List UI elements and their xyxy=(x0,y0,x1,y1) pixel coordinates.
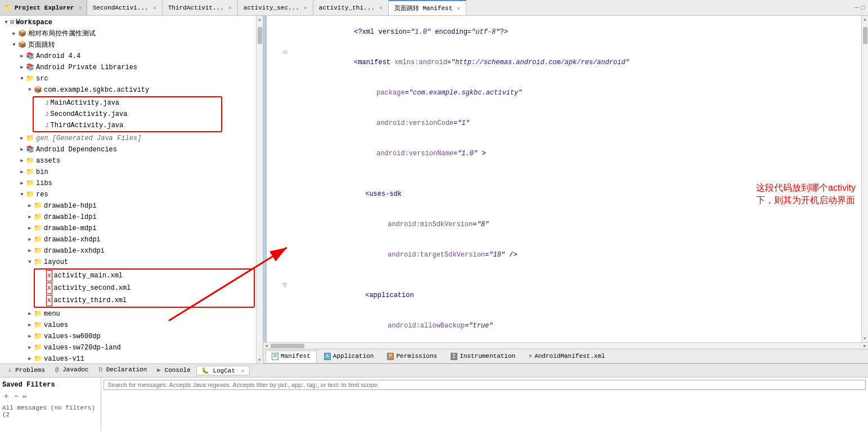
expand-arrow[interactable]: ▶ xyxy=(18,51,26,61)
tree-workspace[interactable]: ▼ ⊞ Workspace xyxy=(0,17,256,28)
expand-arrow[interactable]: ▶ xyxy=(18,145,26,155)
left-scrollbar[interactable]: ▲ ▼ xyxy=(256,16,263,363)
tab-close-icon[interactable]: ✕ xyxy=(379,5,383,11)
expand-arrow[interactable]: ▶ xyxy=(26,331,34,342)
code-line-1: <?xml version="1.0" encoding="utf-8"?> xyxy=(267,17,861,47)
expand-arrow[interactable]: ▶ xyxy=(26,223,34,234)
tab-close-icon[interactable]: ✕ xyxy=(153,5,156,11)
minimize-icon[interactable]: ─ xyxy=(855,5,859,11)
log-search-input[interactable] xyxy=(104,380,866,390)
remove-filter-icon[interactable]: － xyxy=(12,391,20,401)
tree-android44[interactable]: ▶ 📚 Android 4.4 xyxy=(0,51,256,62)
tree-mainactivity[interactable]: J MainActivity.java xyxy=(34,97,221,109)
scroll-thumb[interactable] xyxy=(863,27,867,44)
tree-pkg[interactable]: ▼ 📦 com.example.sgkbc.activity xyxy=(0,84,256,96)
tree-menu[interactable]: ▶ 📁 menu xyxy=(0,308,256,320)
tree-androiddep[interactable]: ▶ 📚 Android Dependencies xyxy=(0,144,256,155)
tab-close-icon[interactable]: ✕ xyxy=(228,5,232,11)
expand-arrow[interactable]: ▼ xyxy=(26,257,34,267)
expand-arrow[interactable]: ▶ xyxy=(26,246,34,256)
expand-arrow[interactable]: ▶ xyxy=(18,156,26,166)
tab-application-bottom[interactable]: A Application xyxy=(318,351,380,362)
expand-arrow[interactable]: ▼ xyxy=(10,40,18,50)
expand-arrow[interactable]: ▼ xyxy=(2,17,10,28)
tree-libs[interactable]: ▶ 📁 libs xyxy=(0,178,256,189)
tree-androidprivate[interactable]: ▶ 📚 Android Private Libraries xyxy=(0,62,256,73)
expand-arrow[interactable]: ▶ xyxy=(18,167,26,177)
add-filter-icon[interactable]: ＋ xyxy=(2,391,10,401)
saved-filters-panel: Saved Filters ＋ － ✏ All messages (no fil… xyxy=(0,378,101,431)
tab-close-icon[interactable]: ✕ xyxy=(304,5,307,11)
tree-values-sw600dp[interactable]: ▶ 📁 values-sw600dp xyxy=(0,331,256,342)
expand-arrow[interactable]: ▶ xyxy=(26,354,34,363)
tree-drawable-xxhdpi[interactable]: ▶ 📁 drawable-xxhdpi xyxy=(0,245,256,257)
tree-values-sw720dp[interactable]: ▶ 📁 values-sw720dp-land xyxy=(0,342,256,353)
tree-drawable-ldpi[interactable]: ▶ 📁 drawable-ldpi xyxy=(0,212,256,223)
tab-manifest[interactable]: 页面跳转 Manifest ✕ xyxy=(389,0,466,15)
tree-layout[interactable]: ▼ 📁 layout xyxy=(0,257,256,268)
tree-secondactivity[interactable]: J SecondActivity.java xyxy=(34,109,221,120)
file-label: ThirdActivity.java xyxy=(51,120,124,131)
tab-manifest-bottom[interactable]: M Manifest xyxy=(266,351,317,362)
expand-arrow[interactable]: ▼ xyxy=(26,85,34,95)
java-files-highlight-box: J MainActivity.java J SecondActivity.jav… xyxy=(33,96,222,132)
log-close-icon[interactable]: ✕ xyxy=(241,368,245,374)
expand-arrow[interactable]: ▼ xyxy=(18,74,26,84)
scroll-down-arrow[interactable]: ▼ xyxy=(862,335,868,342)
tree-activity-second[interactable]: X activity_second.xml xyxy=(35,282,254,294)
code-editor[interactable]: <?xml version="1.0" encoding="utf-8"?> ◁… xyxy=(267,16,861,342)
expand-arrow[interactable]: ▶ xyxy=(10,29,18,39)
tab-second-activity[interactable]: SecondActivi... ✕ xyxy=(87,0,163,15)
tab-close-icon[interactable]: ✕ xyxy=(457,5,460,12)
tab-third-activity[interactable]: ThirdActivit... ✕ xyxy=(163,0,238,15)
scroll-up-arrow[interactable]: ▲ xyxy=(862,16,868,23)
tab-androidmanifest-bottom[interactable]: ≡ AndroidManifest.xml xyxy=(523,351,611,362)
tree-res[interactable]: ▼ 📁 res xyxy=(0,189,256,200)
tree-drawable-hdpi[interactable]: ▶ 📁 drawable-hdpi xyxy=(0,200,256,212)
scroll-down-arrow[interactable]: ▼ xyxy=(257,356,263,363)
tree-drawable-mdpi[interactable]: ▶ 📁 drawable-mdpi xyxy=(0,223,256,234)
tab-instrumentation-bottom[interactable]: I Instrumentation xyxy=(444,351,521,362)
expand-arrow[interactable]: ▶ xyxy=(26,343,34,353)
expand-arrow[interactable]: ▶ xyxy=(18,178,26,188)
expand-arrow[interactable]: ▶ xyxy=(26,309,34,319)
tree-project-yemian[interactable]: ▼ 📦 页面跳转 xyxy=(0,39,256,51)
tab-activity-sec[interactable]: activity_sec... ✕ xyxy=(238,0,313,15)
horizontal-scrollbar[interactable]: ◀ ▶ xyxy=(263,342,868,349)
expand-arrow[interactable]: ▶ xyxy=(26,212,34,222)
tree-activity-main[interactable]: X activity_main.xml xyxy=(35,270,254,282)
fold-button[interactable] xyxy=(280,17,289,27)
tab-permissions-bottom[interactable]: P Permissions xyxy=(381,351,443,362)
close-icon[interactable]: ✕ xyxy=(79,5,82,11)
tree-values-v11[interactable]: ▶ 📁 values-v11 xyxy=(0,353,256,363)
scroll-thumb[interactable] xyxy=(258,27,262,44)
tree-drawable-xhdpi[interactable]: ▶ 📁 drawable-xhdpi xyxy=(0,234,256,245)
tab-activity-thi[interactable]: activity_thi... ✕ xyxy=(313,0,389,15)
expand-arrow[interactable]: ▼ xyxy=(18,190,26,200)
horiz-scroll-thumb[interactable] xyxy=(271,344,304,348)
tree-values[interactable]: ▶ 📁 values xyxy=(0,320,256,331)
expand-arrow[interactable]: ▶ xyxy=(26,235,34,245)
edit-filter-icon[interactable]: ✏ xyxy=(23,391,27,401)
log-tab-javadoc[interactable]: @ Javadoc xyxy=(51,366,93,375)
tree-activity-third[interactable]: X activity_third.xml xyxy=(35,294,254,307)
tree-bin[interactable]: ▶ 📁 bin xyxy=(0,167,256,178)
right-scrollbar[interactable]: ▲ ▼ xyxy=(861,16,868,342)
tree-gen[interactable]: ▶ 📁 gen [Generated Java Files] xyxy=(0,133,256,144)
tree-assets[interactable]: ▶ 📁 assets xyxy=(0,155,256,167)
log-tab-console[interactable]: ▶ Console xyxy=(152,366,195,375)
scroll-up-arrow[interactable]: ▲ xyxy=(257,16,263,23)
expand-arrow[interactable]: ▶ xyxy=(26,201,34,211)
maximize-icon[interactable]: □ xyxy=(861,5,865,11)
expand-arrow[interactable]: ▶ xyxy=(18,62,26,73)
tree-src[interactable]: ▼ 📁 src xyxy=(0,73,256,84)
expand-arrow[interactable]: ▶ xyxy=(18,133,26,143)
tree-thirdactivity[interactable]: J ThirdActivity.java xyxy=(34,120,221,131)
declaration-icon: D xyxy=(98,366,102,373)
expand-arrow[interactable]: ▶ xyxy=(26,320,34,330)
tree-project-xiangs[interactable]: ▶ 📦 相对布局控件属性测试 xyxy=(0,28,256,39)
log-tab-logcat[interactable]: 🐛 LogCat ✕ xyxy=(196,366,250,375)
log-tab-problems[interactable]: ⚠ Problems xyxy=(3,366,50,375)
log-tab-declaration[interactable]: D Declaration xyxy=(94,366,151,375)
manifest-icon: M xyxy=(272,353,278,360)
